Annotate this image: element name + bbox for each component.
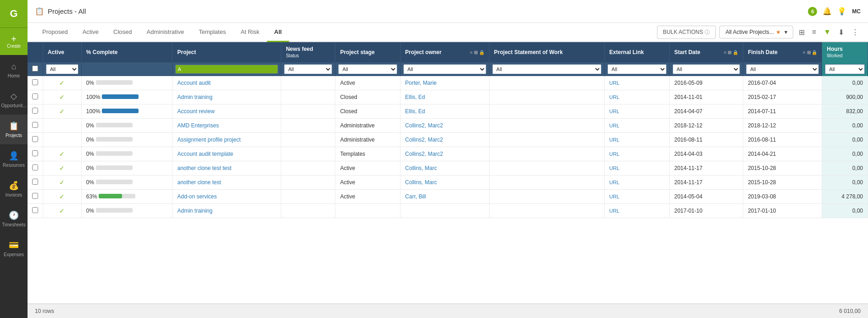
external-link[interactable]: URL [609, 109, 619, 114]
percent-value: 100% [86, 94, 100, 100]
row-finish: 2019-03-08 [743, 190, 822, 204]
owner-link[interactable]: Porter, Marie [405, 80, 437, 86]
col-active: Active [43, 42, 82, 62]
project-link[interactable]: Account audit template [177, 151, 233, 157]
sidebar-item-label: Home [8, 73, 20, 78]
tab-active[interactable]: Active [75, 23, 106, 42]
external-link[interactable]: URL [609, 165, 619, 171]
hours-filter[interactable]: All [825, 64, 865, 74]
columns-icon[interactable]: ⊞ [797, 26, 807, 38]
owner-link[interactable]: Ellis, Ed [405, 94, 425, 100]
user-initials[interactable]: MC [852, 8, 861, 15]
table-footer: 10 rows 6 010,00 [28, 303, 868, 318]
external-link[interactable]: URL [609, 151, 619, 157]
select-all-checkbox[interactable] [32, 66, 38, 71]
col-owner-icons: ≡ ⊞ 🔒 [470, 50, 484, 55]
project-link[interactable]: Add-on services [177, 193, 217, 200]
sort-icon[interactable]: ≡ [810, 26, 818, 38]
external-link[interactable]: URL [609, 80, 619, 86]
tab-all[interactable]: All [267, 23, 289, 42]
external-link[interactable]: URL [609, 123, 619, 128]
tab-administrative[interactable]: Administrative [139, 23, 192, 42]
active-filter[interactable]: All [46, 64, 78, 74]
row-hours: 900,00 [822, 90, 868, 104]
progress-bar-fill [102, 109, 139, 113]
row-checkbox[interactable] [32, 108, 38, 114]
tab-closed[interactable]: Closed [106, 23, 139, 42]
row-newsfeed [281, 90, 335, 104]
owner-link[interactable]: Collins2, Marc2 [405, 137, 443, 143]
download-icon[interactable]: ⬇ [836, 26, 846, 38]
sidebar-item-resources[interactable]: 👤 Resources [0, 144, 28, 174]
project-link[interactable]: AMD Enterprises [177, 122, 219, 129]
bulb-icon[interactable]: 💡 [837, 7, 846, 16]
owner-filter[interactable]: All [403, 64, 486, 74]
row-active: ✓ [43, 147, 82, 161]
row-checkbox[interactable] [32, 122, 38, 128]
row-stage: Active [335, 76, 401, 90]
project-link[interactable]: Account audit [177, 80, 211, 86]
sidebar-item-home[interactable]: ⌂ Home [0, 55, 28, 85]
row-checkbox[interactable] [32, 93, 38, 99]
plus-icon: + [11, 34, 17, 44]
link-filter[interactable]: All [607, 64, 667, 74]
external-link[interactable]: URL [609, 208, 619, 214]
row-checkbox-cell [28, 147, 43, 161]
chevron-down-icon: ▾ [785, 29, 787, 35]
app-logo[interactable]: G [0, 0, 28, 27]
bulk-actions-button[interactable]: BULK ACTIONS ⓘ [657, 26, 716, 39]
project-link[interactable]: Account review [177, 108, 214, 115]
owner-link[interactable]: Carr, Bill [405, 193, 426, 200]
project-link[interactable]: another clone test test [177, 165, 231, 171]
more-icon[interactable]: ⋮ [850, 26, 861, 38]
owner-link[interactable]: Collins, Marc [405, 179, 437, 186]
tab-proposed[interactable]: Proposed [35, 23, 75, 42]
owner-link[interactable]: Collins, Marc [405, 165, 437, 171]
sidebar-item-label: Invoices [6, 192, 22, 197]
sidebar-item-expenses[interactable]: 💳 Expenses [0, 234, 28, 263]
row-checkbox[interactable] [32, 79, 38, 85]
owner-link[interactable]: Ellis, Ed [405, 108, 425, 115]
external-link[interactable]: URL [609, 194, 619, 199]
project-link[interactable]: Admin training [177, 208, 212, 214]
row-checkbox[interactable] [32, 207, 38, 213]
create-button[interactable]: + Create [0, 27, 28, 55]
sidebar-item-projects[interactable]: 📋 Projects [0, 115, 28, 144]
sidebar-item-opportunities[interactable]: ◇ Opportunit... [0, 85, 28, 115]
tab-templates[interactable]: Templates [191, 23, 233, 42]
projects-table: Active % Complete Project News feedStatu… [28, 42, 868, 218]
row-active: ✓ [43, 161, 82, 175]
row-percent: 100% [81, 104, 172, 119]
owner-link[interactable]: Collins2, Marc2 [405, 151, 443, 157]
project-link[interactable]: Admin training [177, 94, 212, 100]
row-checkbox[interactable] [32, 193, 38, 199]
row-project: Add-on services [172, 190, 281, 204]
finish-filter[interactable]: All [746, 64, 819, 74]
tab-at-risk[interactable]: At Risk [233, 23, 267, 42]
stage-filter[interactable]: All [338, 64, 397, 74]
newsfeed-filter[interactable]: All [284, 64, 332, 74]
filter-dropdown[interactable]: All Active Projects... ★ ▾ [719, 26, 793, 38]
row-finish: 2016-07-04 [743, 76, 822, 90]
notification-badge[interactable]: 6 [808, 7, 817, 16]
row-checkbox[interactable] [32, 179, 38, 185]
row-checkbox[interactable] [32, 164, 38, 170]
row-active: ✓ [43, 204, 82, 218]
project-link[interactable]: Assignment profile project [177, 137, 240, 143]
external-link[interactable]: URL [609, 137, 619, 143]
row-start: 2014-11-17 [669, 161, 743, 175]
external-link[interactable]: URL [609, 180, 619, 185]
row-checkbox[interactable] [32, 136, 38, 142]
filter-icon[interactable]: ▼ [822, 26, 833, 38]
external-link[interactable]: URL [609, 94, 619, 100]
sow-filter[interactable]: All [492, 64, 601, 74]
project-link[interactable]: another clone test [177, 179, 221, 186]
row-checkbox[interactable] [32, 150, 38, 156]
sidebar-item-timesheets[interactable]: 🕐 Timesheets [0, 204, 28, 234]
row-stage [335, 204, 401, 218]
project-filter-input[interactable] [175, 65, 278, 74]
sidebar-item-invoices[interactable]: 💰 Invoices [0, 174, 28, 204]
start-filter[interactable]: All [673, 64, 740, 74]
owner-link[interactable]: Collins2, Marc2 [405, 122, 443, 129]
bell-icon[interactable]: 🔔 [823, 7, 832, 16]
